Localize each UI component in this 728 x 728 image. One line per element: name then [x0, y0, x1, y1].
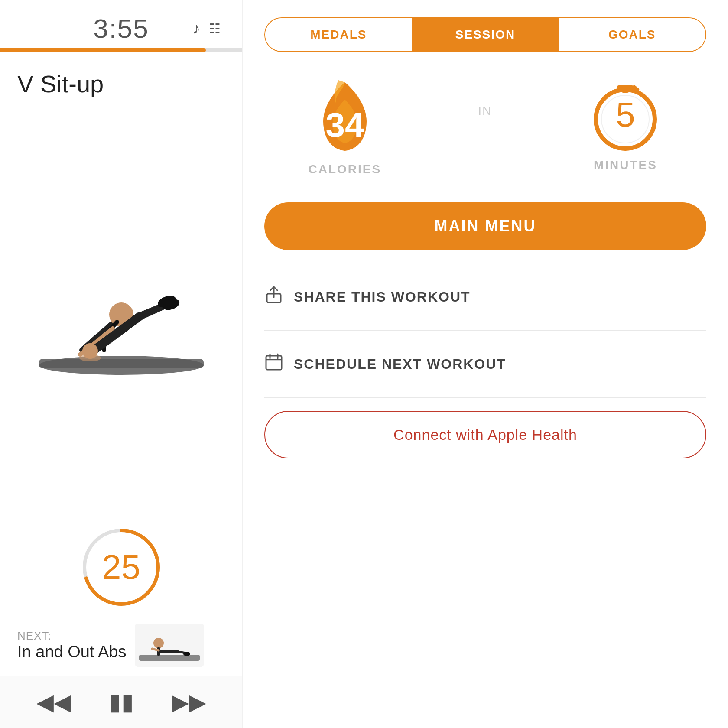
exercise-title: V Sit-up [0, 52, 242, 107]
calories-stat: 34 CALORIES [309, 78, 382, 176]
prev-button[interactable]: ◀◀ [36, 689, 71, 715]
progress-bar-fill [0, 48, 206, 52]
next-exercise-image [135, 624, 204, 667]
next-exercise-svg [135, 624, 204, 667]
share-icon [264, 285, 283, 309]
tab-goals[interactable]: GOALS [559, 18, 705, 51]
playback-controls: ◀◀ ▮▮ ▶▶ [0, 676, 242, 728]
apple-health-button[interactable]: Connect with Apple Health [264, 411, 706, 458]
timer-number: 25 [102, 547, 140, 587]
stopwatch-icon: 5 [588, 78, 662, 152]
timer-area: 25 [0, 515, 242, 615]
minutes-label: MINUTES [594, 158, 657, 172]
progress-bar-container [0, 48, 242, 52]
next-section: NEXT: In and Out Abs [0, 615, 242, 676]
tab-medals[interactable]: MEDALS [265, 18, 412, 51]
time-display: 3:55 [93, 13, 149, 44]
left-panel: 3:55 ♪ ☷ V Sit-up [0, 0, 243, 728]
exercise-image-area [0, 107, 242, 515]
svg-rect-31 [266, 356, 282, 370]
calendar-svg [264, 352, 283, 371]
status-bar: 3:55 ♪ ☷ [0, 0, 242, 48]
svg-rect-17 [139, 655, 200, 661]
divider-3 [264, 397, 706, 398]
divider-1 [264, 263, 706, 263]
calendar-icon [264, 352, 283, 376]
minutes-stat: 5 MINUTES [588, 78, 662, 172]
share-label: SHARE THIS WORKOUT [294, 289, 471, 305]
right-panel: MEDALS SESSION GOALS 34 CALORIES [243, 0, 728, 728]
tab-bar: MEDALS SESSION GOALS [264, 17, 706, 52]
music-icon[interactable]: ♪ [192, 20, 200, 38]
tab-session[interactable]: SESSION [412, 18, 559, 51]
schedule-label: SCHEDULE NEXT WORKOUT [294, 356, 506, 372]
next-button[interactable]: ▶▶ [172, 689, 206, 715]
divider-2 [264, 330, 706, 331]
share-workout-button[interactable]: SHARE THIS WORKOUT [264, 276, 706, 317]
svg-rect-1 [39, 359, 204, 368]
next-label: NEXT: [17, 629, 126, 643]
next-text: NEXT: In and Out Abs [17, 629, 126, 661]
pause-button[interactable]: ▮▮ [109, 689, 134, 715]
flame-icon: 34 [310, 78, 380, 156]
status-icons: ♪ ☷ [192, 20, 221, 38]
calories-label: CALORIES [309, 162, 382, 176]
svg-point-22 [183, 652, 190, 656]
svg-point-18 [153, 638, 164, 648]
calories-value: 34 [325, 105, 364, 145]
timer-circle: 25 [78, 524, 165, 611]
in-label: IN [478, 104, 492, 118]
svg-rect-26 [617, 85, 634, 90]
share-svg [264, 285, 283, 304]
exercise-illustration [26, 237, 217, 385]
schedule-button[interactable]: SCHEDULE NEXT WORKOUT [264, 344, 706, 384]
minutes-value: 5 [616, 95, 635, 135]
stats-area: 34 CALORIES IN 5 [264, 65, 706, 189]
next-exercise-name: In and Out Abs [17, 643, 126, 661]
main-menu-button[interactable]: MAIN MENU [264, 202, 706, 250]
in-label-block: IN [478, 78, 492, 118]
settings-icon[interactable]: ☷ [209, 21, 221, 36]
svg-point-13 [79, 354, 101, 361]
